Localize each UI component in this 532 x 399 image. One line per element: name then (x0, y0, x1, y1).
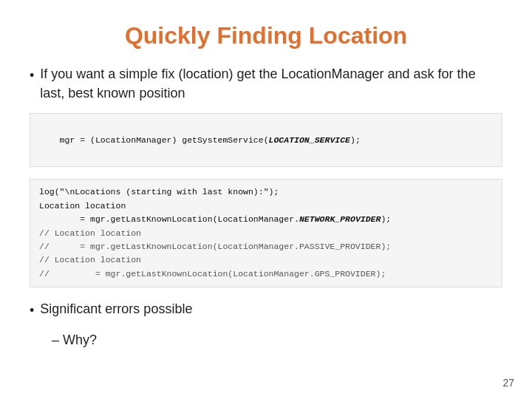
code-line-1: mgr = (LocationManager) getSystemService… (60, 135, 361, 145)
code-line-location-decl: Location location (39, 200, 493, 213)
code-line-network-provider: = mgr.getLastKnownLocation(LocationManag… (39, 213, 493, 226)
code-line-comment-4: // = mgr.getLastKnownLocation(LocationMa… (39, 267, 493, 281)
code-line-comment-2: // = mgr.getLastKnownLocation(LocationMa… (39, 240, 493, 253)
slide: Quickly Finding Location • If you want a… (0, 0, 532, 399)
bullet-2-marker: • (30, 301, 34, 320)
code-line-log: log("\nLocations (starting with last kno… (39, 185, 493, 199)
sub-bullet-2: – Why? (52, 330, 502, 349)
page-number: 27 (502, 377, 514, 389)
bullet-2-text: Significant errors possible (40, 299, 192, 318)
code-line-comment-1: // Location location (39, 227, 493, 240)
code-block-1: mgr = (LocationManager) getSystemService… (30, 113, 502, 167)
bullet-1: • If you want a simple fix (location) ge… (30, 64, 502, 103)
code-keyword-network-provider: NETWORK_PROVIDER (299, 214, 381, 224)
code-block-2: log("\nLocations (starting with last kno… (30, 179, 502, 287)
sub-bullet-2-text: – Why? (52, 330, 97, 349)
slide-title: Quickly Finding Location (30, 22, 502, 50)
code-keyword-location-service: LOCATION_SERVICE (269, 135, 350, 145)
bullet-1-marker: • (30, 66, 34, 85)
code-line-comment-3: // Location location (39, 253, 493, 267)
bullet-1-text: If you want a simple fix (location) get … (40, 64, 502, 103)
bullet-2: • Significant errors possible (30, 299, 502, 320)
